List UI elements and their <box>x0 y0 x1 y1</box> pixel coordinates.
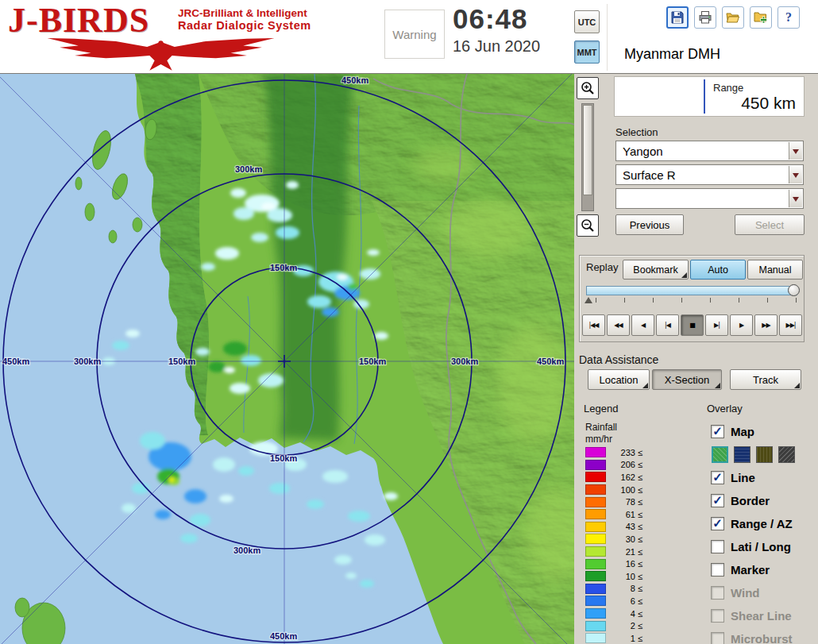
da-x-section-button[interactable]: X-Section <box>652 369 722 390</box>
legend-color-swatch <box>585 546 606 557</box>
overlay-item-line[interactable]: ✓Line <box>711 466 818 489</box>
legend-value-label: 1 ≤ <box>609 634 642 643</box>
checkbox-border[interactable]: ✓ <box>711 494 724 507</box>
checkbox-map[interactable]: ✓ <box>711 425 724 438</box>
checkbox-marker[interactable] <box>711 563 724 577</box>
utc-button[interactable]: UTC <box>574 10 600 33</box>
overlay-item-lati-long[interactable]: Lati / Long <box>711 535 818 558</box>
extra-dropdown[interactable] <box>615 188 804 209</box>
legend-title: Legend <box>584 403 618 415</box>
radar-map-display[interactable]: 450km300km150km450km300km150km150km300km… <box>0 74 574 644</box>
help-icon: ? <box>781 10 797 25</box>
checkbox-range-az[interactable]: ✓ <box>711 517 724 530</box>
warning-button[interactable]: Warning <box>384 10 445 59</box>
map-style-dark-blue[interactable] <box>734 446 750 463</box>
previous-button[interactable]: Previous <box>615 214 684 235</box>
warning-label: Warning <box>392 28 436 41</box>
replay-slider-thumb[interactable] <box>788 284 800 296</box>
print-button[interactable] <box>694 6 716 29</box>
legend-unit-rainfall: Rainfall <box>585 422 617 433</box>
map-style-terrain-green[interactable] <box>712 446 728 463</box>
legend-row: 30 ≤ <box>585 533 681 546</box>
legend-color-swatch <box>585 447 606 457</box>
range-display: Range 450 km <box>614 76 804 117</box>
range-ring-label: 300km <box>451 357 478 366</box>
map-style-dark-olive[interactable] <box>756 446 773 463</box>
legend-unit-mmhr: mm/hr <box>585 434 612 445</box>
help-button[interactable]: ? <box>777 6 800 29</box>
overlay-item-shear-line: Shear Line <box>711 604 818 627</box>
overlay-item-range-az[interactable]: ✓Range / AZ <box>711 512 818 535</box>
extra-dropdown-button[interactable] <box>789 190 802 207</box>
legend-value-label: 8 ≤ <box>609 584 642 593</box>
overlay-label-marker: Marker <box>731 563 770 577</box>
playback-skip-end-button[interactable]: ▶▶| <box>779 314 802 336</box>
da-location-button[interactable]: Location <box>588 369 650 390</box>
overlay-item-microburst: Microburst <box>711 627 818 644</box>
product-dropdown-button[interactable] <box>789 166 802 183</box>
playback-rewind-button[interactable]: ◀◀ <box>607 314 630 336</box>
range-ring-label: 150km <box>270 453 297 463</box>
import-folder-icon <box>753 10 769 25</box>
legend-row: 206 ≤ <box>585 459 681 472</box>
overlay-item-map[interactable]: ✓Map <box>711 420 818 443</box>
legend-row: 1 ≤ <box>585 632 681 644</box>
site-dropdown[interactable]: Yangon <box>615 141 804 161</box>
overlay-item-border[interactable]: ✓Border <box>711 489 818 512</box>
playback-play-button[interactable]: ▶ <box>730 314 753 336</box>
da-track-button[interactable]: Track <box>730 369 801 390</box>
site-dropdown-button[interactable] <box>789 142 802 160</box>
replay-section: Replay Bookmark Auto Manual |◀◀◀◀◀|◀■▶|▶… <box>579 255 804 342</box>
legend-color-swatch <box>585 633 606 643</box>
playback-skip-start-button[interactable]: |◀◀ <box>582 314 605 336</box>
zoom-slider-thumb[interactable] <box>583 105 592 195</box>
zoom-in-button[interactable] <box>577 77 599 99</box>
legend-scale: 233 ≤206 ≤162 ≤100 ≤78 ≤61 ≤43 ≤30 ≤21 ≤… <box>585 446 681 644</box>
map-style-dark-gray[interactable] <box>778 446 795 463</box>
mmt-button[interactable]: MMT <box>574 40 600 64</box>
slider-tick <box>681 298 682 303</box>
zoom-out-button[interactable] <box>577 214 599 237</box>
range-ring-label: 150km <box>359 357 386 366</box>
legend-color-swatch <box>585 460 606 470</box>
import-button[interactable] <box>750 6 772 29</box>
replay-timeline-slider[interactable] <box>586 286 797 295</box>
playback-play-reverse-button[interactable]: ◀ <box>631 314 654 336</box>
select-button[interactable]: Select <box>735 214 804 235</box>
overlay-item-marker[interactable]: Marker <box>711 558 818 581</box>
selection-label: Selection <box>615 126 658 138</box>
legend-row: 10 ≤ <box>585 570 681 583</box>
playback-step-back-button[interactable]: |◀ <box>656 314 679 336</box>
replay-title: Replay <box>586 261 618 273</box>
legend-color-swatch <box>585 596 606 606</box>
map-style-options <box>711 443 818 466</box>
overlay-label-microburst: Microburst <box>731 632 793 644</box>
save-button[interactable] <box>666 6 689 29</box>
playback-step-forward-button[interactable]: ▶| <box>705 314 728 336</box>
overlay-label-range-az: Range / AZ <box>731 517 793 530</box>
zoom-slider-track[interactable] <box>581 103 594 211</box>
auto-mode-button[interactable]: Auto <box>690 260 746 280</box>
site-dropdown-value: Yangon <box>623 145 663 158</box>
open-button[interactable] <box>722 6 744 29</box>
manual-mode-button[interactable]: Manual <box>747 260 803 280</box>
header-bar: J-BIRDS JRC-Brilliant & Intelligent Rada… <box>0 0 818 74</box>
legend-row: 8 ≤ <box>585 583 681 596</box>
product-dropdown[interactable]: Surface R <box>615 164 804 185</box>
app-logo: J-BIRDS JRC-Brilliant & Intelligent Rada… <box>8 2 322 73</box>
legend-value-label: 162 ≤ <box>609 472 642 482</box>
overlay-label-lati-long: Lati / Long <box>731 540 791 553</box>
slider-tick <box>624 298 625 303</box>
playback-fast-forward-button[interactable]: ▶▶ <box>754 314 777 336</box>
overlay-label-map: Map <box>731 425 754 438</box>
legend-color-swatch <box>585 571 606 581</box>
range-ring-label: 150km <box>270 263 297 272</box>
checkbox-line[interactable]: ✓ <box>711 471 724 484</box>
legend-value-label: 61 ≤ <box>609 510 642 519</box>
legend-color-swatch <box>585 509 606 519</box>
checkbox-lati-long[interactable] <box>711 540 724 553</box>
checkbox-shear-line <box>711 609 724 623</box>
legend-color-swatch <box>585 559 606 569</box>
bookmark-button[interactable]: Bookmark <box>623 260 689 280</box>
playback-stop-button[interactable]: ■ <box>681 314 704 336</box>
